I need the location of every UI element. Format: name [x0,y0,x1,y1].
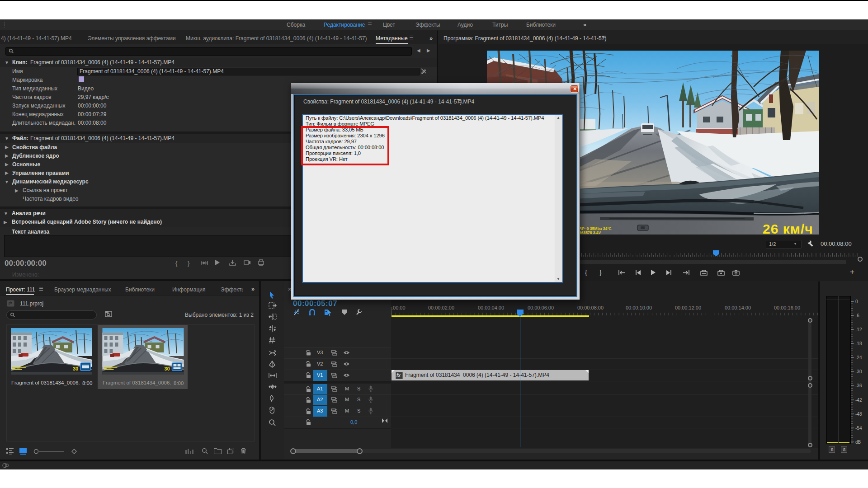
svg-text:-48: -48 [855,412,862,417]
svg-text:-12: -12 [855,327,862,332]
svg-text:-30: -30 [855,369,862,374]
svg-text:-42: -42 [855,398,862,403]
svg-text:00:00:14:00: 00:00:14:00 [725,305,751,310]
svg-text:30: 30 [165,366,170,371]
svg-text:-18: -18 [855,341,862,346]
svg-text:-6: -6 [855,313,859,318]
svg-text:00:00:10:00: 00:00:10:00 [626,305,652,310]
svg-text:-54: -54 [855,426,862,431]
svg-text:-24: -24 [855,355,862,360]
svg-text:00:00:08:00: 00:00:08:00 [577,305,604,310]
svg-text:26 км/ч: 26 км/ч [763,221,813,235]
svg-text:00:00:06:00: 00:00:06:00 [528,305,554,310]
svg-text:30: 30 [73,366,78,371]
svg-text:dB: dB [855,440,861,445]
svg-text:00:00:16:00: 00:00:16:00 [774,305,800,310]
svg-text:0: 0 [855,299,858,304]
svg-text:663578 3.4V: 663578 3.4V [579,230,601,235]
svg-text::00:00: :00:00 [392,305,406,310]
svg-text:-36: -36 [855,383,862,388]
svg-text:00:00:02:00: 00:00:02:00 [428,305,454,310]
svg-text:00:00:04:00: 00:00:04:00 [478,305,504,310]
svg-text:00:00:12:00: 00:00:12:00 [675,305,701,310]
